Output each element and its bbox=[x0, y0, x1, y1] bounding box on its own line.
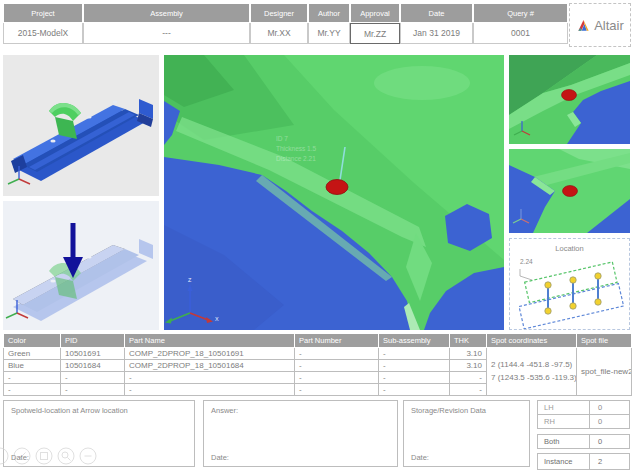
cell-subassembly: - bbox=[379, 348, 450, 360]
placeholder-icon[interactable] bbox=[0, 448, 8, 464]
spotweld-marker bbox=[562, 90, 577, 101]
cell-spot-coordinates: 2 (1144.4 -451.8 -97.5) 7 (1243.5 -535.6… bbox=[487, 348, 577, 396]
counter-value: 2 bbox=[590, 453, 630, 470]
viewport-isometric-solid[interactable] bbox=[3, 55, 159, 196]
table-row: Green 10501691 COMP_2DPROP_18_10501691 -… bbox=[4, 348, 632, 360]
cell-pid: 10501684 bbox=[61, 360, 125, 372]
header-label: Assembly bbox=[83, 3, 250, 23]
counter-value: 0 bbox=[590, 434, 630, 449]
header-info-table: Project 2015-ModelX Assembly --- Designe… bbox=[3, 3, 568, 44]
storage-revision-title: Storage/Revision Data bbox=[411, 406, 486, 415]
cell-subassembly: - bbox=[379, 384, 450, 396]
col-header-spot-coordinates: Spot coordinates bbox=[487, 334, 577, 348]
header-value: Mr.YY bbox=[308, 23, 350, 44]
cell-thk: - bbox=[450, 372, 487, 384]
counter-rh: RH 0 bbox=[537, 414, 630, 429]
counter-label: Instance bbox=[537, 453, 590, 470]
header-value: Jan 31 2019 bbox=[400, 23, 473, 44]
svg-text:Thickness 1.5: Thickness 1.5 bbox=[276, 145, 316, 152]
cell-thk: - bbox=[450, 384, 487, 396]
header-value: Mr.XX bbox=[250, 23, 308, 44]
altair-logo: Altair bbox=[569, 3, 631, 47]
cell-part-name: - bbox=[125, 384, 295, 396]
svg-text:ID 7: ID 7 bbox=[276, 135, 288, 142]
rail-part-solid bbox=[11, 99, 153, 181]
svg-text:Distance 2.21: Distance 2.21 bbox=[276, 155, 316, 162]
header-value: --- bbox=[83, 23, 250, 44]
spotweld-marker bbox=[326, 180, 348, 195]
viewport-main-closeup[interactable]: ID 7 Thickness 1.5 Distance 2.21 Z Y X bbox=[164, 55, 504, 330]
cell-part-name: - bbox=[125, 372, 295, 384]
col-header-part-number: Part Number bbox=[295, 334, 379, 348]
col-header-pid: PID bbox=[61, 334, 125, 348]
col-header-part-name: Part Name bbox=[125, 334, 295, 348]
header-col-approval: Approval Mr.ZZ bbox=[350, 3, 400, 44]
cell-part-name: COMP_2DPROP_18_10501684 bbox=[125, 360, 295, 372]
date-label: Date: bbox=[211, 453, 229, 462]
counter-instance: Instance 2 bbox=[537, 453, 630, 470]
spotweld-report-page: Project 2015-ModelX Assembly --- Designe… bbox=[0, 0, 632, 471]
col-header-color: Color bbox=[4, 334, 61, 348]
altair-logo-text: Altair bbox=[594, 18, 624, 33]
viewport-detail-top[interactable] bbox=[509, 55, 630, 144]
cell-part-number: - bbox=[295, 360, 379, 372]
cell-part-number: - bbox=[295, 384, 379, 396]
cell-part-name: COMP_2DPROP_18_10501691 bbox=[125, 348, 295, 360]
header-label: Approval bbox=[350, 3, 400, 23]
cell-thk: 3.10 bbox=[450, 348, 487, 360]
cell-thk: 3.10 bbox=[450, 360, 487, 372]
viewport-detail-bottom[interactable] bbox=[509, 149, 630, 233]
header-value: 2015-ModelX bbox=[3, 23, 83, 44]
header-value: 0001 bbox=[473, 23, 568, 44]
location-schematic-panel: Location 2.24 bbox=[509, 238, 630, 330]
save-floppy-icon[interactable] bbox=[36, 448, 52, 464]
counter-label: RH bbox=[537, 414, 590, 429]
header-label: Project bbox=[3, 3, 83, 23]
spot-coordinate: 2 (1144.4 -451.8 -97.5) bbox=[491, 359, 572, 372]
answer-box: Answer: Date: bbox=[203, 400, 398, 467]
cell-color: - bbox=[4, 384, 61, 396]
counter-lh: LH 0 bbox=[537, 400, 630, 415]
header-value: Mr.ZZ bbox=[350, 23, 400, 44]
header-col-designer: Designer Mr.XX bbox=[250, 3, 308, 44]
cell-spot-file: spot_file-new2.vip bbox=[577, 348, 632, 396]
altair-logo-icon bbox=[576, 18, 591, 33]
header-col-query: Query # 0001 bbox=[473, 3, 568, 44]
col-header-spot-file: Spot file bbox=[577, 334, 632, 348]
header-label: Designer bbox=[250, 3, 308, 23]
spot-coordinate: 7 (1243.5 -535.6 -119.3) bbox=[491, 372, 572, 385]
parts-table-header-row: Color PID Part Name Part Number Sub-asse… bbox=[4, 334, 632, 348]
header-col-project: Project 2015-ModelX bbox=[3, 3, 83, 44]
cell-pid: - bbox=[61, 384, 125, 396]
header-col-author: Author Mr.YY bbox=[308, 3, 350, 44]
cell-color: Green bbox=[4, 348, 61, 360]
cell-color: - bbox=[4, 372, 61, 384]
counter-both: Both 0 bbox=[537, 434, 630, 449]
cell-color: Blue bbox=[4, 360, 61, 372]
axis-x-label: X bbox=[215, 316, 219, 322]
header-label: Date bbox=[400, 3, 473, 23]
cell-pid: 10501691 bbox=[61, 348, 125, 360]
cell-subassembly: - bbox=[379, 372, 450, 384]
dimension-leader-line bbox=[520, 269, 532, 280]
cell-subassembly: - bbox=[379, 360, 450, 372]
search-magnifier-icon[interactable] bbox=[58, 448, 74, 464]
date-label: Date: bbox=[11, 453, 29, 462]
cell-part-number: - bbox=[295, 348, 379, 360]
date-label: Date: bbox=[411, 453, 429, 462]
spotweld-connectors bbox=[545, 273, 601, 314]
cell-part-number: - bbox=[295, 372, 379, 384]
cell-pid: - bbox=[61, 372, 125, 384]
col-header-subassembly: Sub-assembly bbox=[379, 334, 450, 348]
header-label: Author bbox=[308, 3, 350, 23]
viewport-transparent-arrow[interactable] bbox=[3, 201, 159, 330]
rail-part-transparent bbox=[13, 239, 153, 321]
spotweld-marker bbox=[563, 186, 578, 197]
counter-label: Both bbox=[537, 434, 590, 449]
header-col-assembly: Assembly --- bbox=[83, 3, 250, 44]
header-label: Query # bbox=[473, 3, 568, 23]
counter-label: LH bbox=[537, 400, 590, 415]
parts-table: Color PID Part Name Part Number Sub-asse… bbox=[3, 333, 632, 396]
spotweld-note-title: Spotweld-location at Arrow location bbox=[11, 406, 128, 415]
minus-icon[interactable] bbox=[80, 448, 96, 464]
